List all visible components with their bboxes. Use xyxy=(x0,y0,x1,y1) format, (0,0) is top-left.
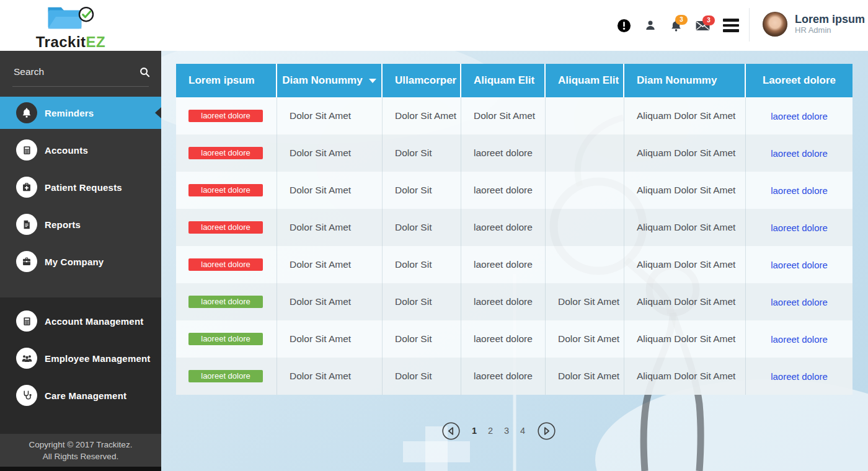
table-cell: laoreet dolore xyxy=(461,320,546,358)
table-cell: laoreet dolore xyxy=(461,209,546,246)
table-cell: Dolor Sit xyxy=(383,358,461,395)
table-cell: laoreet dolore xyxy=(461,134,546,172)
calculator-icon xyxy=(16,310,37,332)
table-cell: laoreet dolore xyxy=(461,172,546,209)
status-cell: laoreet dolore xyxy=(176,283,277,320)
table-cell: Dolor Sit Amet xyxy=(277,134,383,172)
table-cell: laoreet dolore xyxy=(461,283,546,320)
page-number-1[interactable]: 1 xyxy=(469,426,479,436)
sidebar-item-care-management[interactable]: Care Management xyxy=(0,379,161,412)
row-action-link[interactable]: laoreet dolore xyxy=(771,334,828,345)
mail-count-badge: 3 xyxy=(702,15,715,25)
sidebar-item-reminders[interactable]: Reminders xyxy=(0,97,161,129)
hamburger-menu-icon[interactable] xyxy=(723,19,739,32)
row-action-link[interactable]: laoreet dolore xyxy=(771,222,828,233)
table-cell: Dolor Sit Amet xyxy=(277,320,383,358)
background-plus-sign xyxy=(403,441,470,462)
table-cell: Dolor Sit Amet xyxy=(277,172,383,209)
status-badge[interactable]: laoreet dolore xyxy=(188,333,263,345)
action-cell: laoreet dolore xyxy=(746,172,852,209)
table-cell: Dolor Sit Amet xyxy=(546,283,624,320)
user-profile[interactable]: Lorem ipsum HR Admin xyxy=(763,12,865,37)
sidebar-search xyxy=(0,51,161,87)
sidebar-item-reports[interactable]: Reports xyxy=(0,208,161,240)
row-action-link[interactable]: laoreet dolore xyxy=(771,297,828,307)
sidebar-item-employee-management[interactable]: Employee Management xyxy=(0,342,161,374)
status-cell: laoreet dolore xyxy=(176,97,277,134)
copyright-line: All Rights Reserved. xyxy=(43,451,118,462)
column-header-label: Laoreet dolore xyxy=(763,74,836,87)
column-header-label: Diam Nonummy xyxy=(637,74,717,87)
row-action-link[interactable]: laoreet dolore xyxy=(771,148,828,159)
people-icon xyxy=(16,348,37,369)
status-cell: laoreet dolore xyxy=(176,134,277,172)
table-cell xyxy=(546,97,624,134)
records-table: Lorem ipsumDiam NonummyUllamcorperAliqua… xyxy=(176,64,852,395)
row-action-link[interactable]: laoreet dolore xyxy=(771,111,828,121)
brand-wordmark-primary: Trackit xyxy=(36,33,86,50)
sidebar-item-my-company[interactable]: My Company xyxy=(0,245,161,278)
table-cell xyxy=(546,172,624,209)
table-cell: Aliquam Dolor Sit Amet xyxy=(624,209,746,246)
medical-bag-icon xyxy=(16,177,37,198)
row-action-link[interactable]: laoreet dolore xyxy=(771,371,828,382)
sidebar-item-account-management[interactable]: Account Management xyxy=(0,305,161,337)
sidebar-item-accounts[interactable]: Accounts xyxy=(0,134,161,166)
search-input[interactable] xyxy=(12,66,139,78)
table-header-row: Lorem ipsumDiam NonummyUllamcorperAliqua… xyxy=(176,64,852,97)
table-cell: Aliquam Dolor Sit Amet xyxy=(624,172,746,209)
status-badge[interactable]: laoreet dolore xyxy=(188,147,263,159)
page-number-3[interactable]: 3 xyxy=(502,426,512,436)
row-action-link[interactable]: laoreet dolore xyxy=(771,185,828,196)
notifications-bell-icon[interactable]: 3 xyxy=(670,19,683,32)
status-badge[interactable]: laoreet dolore xyxy=(188,370,263,382)
table-cell xyxy=(546,209,624,246)
sidebar-item-label: Reminders xyxy=(45,108,94,118)
row-action-link[interactable]: laoreet dolore xyxy=(771,260,828,270)
user-role: HR Admin xyxy=(795,25,865,35)
action-cell: laoreet dolore xyxy=(746,283,852,320)
next-page-button[interactable] xyxy=(537,421,556,440)
status-badge[interactable]: laoreet dolore xyxy=(188,221,263,234)
brand-wordmark-accent: EZ xyxy=(86,33,106,50)
sort-caret-icon xyxy=(369,79,376,83)
table-row: laoreet doloreDolor Sit AmetDolor Sitlao… xyxy=(176,172,852,209)
table-cell: Aliquam Dolor Sit Amet xyxy=(624,246,746,283)
page-number-2[interactable]: 2 xyxy=(485,426,495,436)
alert-icon[interactable] xyxy=(617,19,631,33)
app-logo[interactable]: TrackitEZ xyxy=(35,2,107,51)
table-cell: Dolor Sit xyxy=(383,246,461,283)
sidebar-bottom-strip xyxy=(0,467,161,471)
brand-wordmark: TrackitEZ xyxy=(35,33,107,51)
table-cell: Dolor Sit Amet xyxy=(461,97,546,134)
messages-envelope-icon[interactable]: 3 xyxy=(696,20,710,32)
sidebar-item-label: My Company xyxy=(45,257,104,267)
status-badge[interactable]: laoreet dolore xyxy=(188,110,263,122)
status-badge[interactable]: laoreet dolore xyxy=(188,296,263,308)
active-item-marker xyxy=(155,107,161,118)
column-header-diam-nonummy-5: Diam Nonummy xyxy=(624,64,746,97)
column-header-label: Lorem ipsum xyxy=(188,74,255,87)
table-cell: laoreet dolore xyxy=(461,358,546,395)
search-icon[interactable] xyxy=(139,66,151,78)
user-profile-icon[interactable] xyxy=(644,19,657,32)
previous-page-button[interactable] xyxy=(441,421,460,440)
status-badge[interactable]: laoreet dolore xyxy=(188,258,263,271)
report-icon xyxy=(16,214,37,235)
table-cell: Dolor Sit Amet xyxy=(277,358,383,395)
page-number-4[interactable]: 4 xyxy=(518,426,528,436)
table-row: laoreet doloreDolor Sit AmetDolor Sitlao… xyxy=(176,283,852,320)
sidebar-item-label: Employee Management xyxy=(45,353,151,364)
action-cell: laoreet dolore xyxy=(746,97,852,134)
status-badge[interactable]: laoreet dolore xyxy=(188,184,263,196)
top-bar: TrackitEZ 3 3 Lorem ipsum xyxy=(0,0,868,51)
action-cell: laoreet dolore xyxy=(746,209,852,246)
briefcase-icon xyxy=(16,251,37,272)
action-cell: laoreet dolore xyxy=(746,134,852,172)
table-cell xyxy=(546,246,624,283)
sidebar-item-patient-requests[interactable]: Patient Requests xyxy=(0,171,161,203)
action-cell: laoreet dolore xyxy=(746,358,852,395)
column-header-laoreet-dolore-6: Laoreet dolore xyxy=(746,64,852,97)
status-cell: laoreet dolore xyxy=(176,320,277,358)
column-header-diam-nonummy-1[interactable]: Diam Nonummy xyxy=(277,64,383,97)
